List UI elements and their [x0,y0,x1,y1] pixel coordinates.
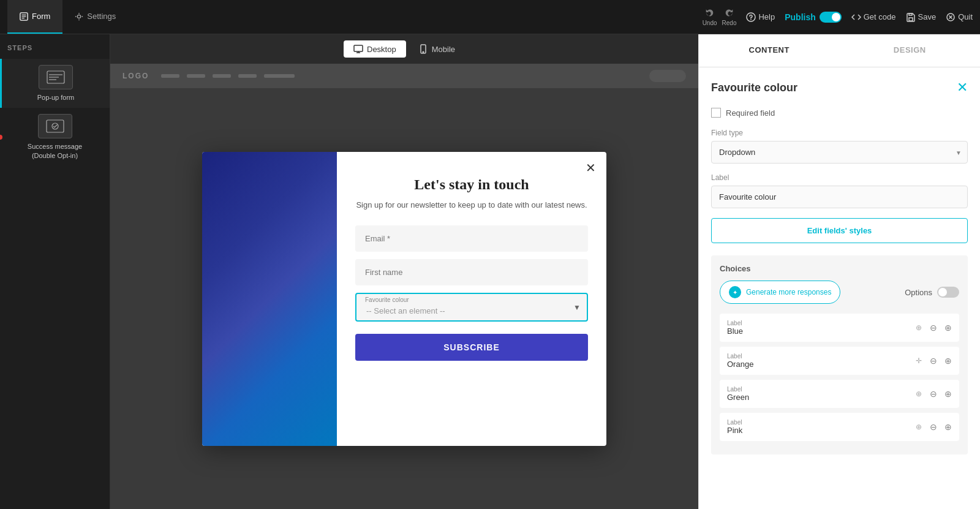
choice-orange-drag-icon[interactable]: ✛ [913,355,925,367]
choice-pink-controls: ⊕ ⊖ ⊕ [913,421,954,433]
edit-fields-styles-button[interactable]: Edit fields' styles [711,218,968,243]
popup-close-button[interactable]: ✕ [583,160,598,175]
choice-green-drag-icon[interactable]: ⊕ [913,388,925,400]
save-button[interactable]: Save [906,12,937,22]
dropdown-arrow-icon: ▼ [573,303,581,312]
popup-subtitle: Sign up for our newsletter to keep up to… [356,199,587,211]
choices-section: Choices ✦ Generate more responses Option… [711,255,968,454]
options-toggle-group: Options [905,287,959,298]
panel-header-row: Favourite colour ✕ [711,80,968,96]
label-section: Label [711,173,968,208]
generate-icon: ✦ [729,286,741,298]
nav-item-3 [213,74,231,78]
choice-item-green: Label Green ⊕ ⊖ ⊕ [720,380,959,408]
panel-content: Favourite colour ✕ Required field Field … [699,67,980,509]
required-field-label: Required field [726,108,775,118]
field-type-select[interactable]: DropdownTextEmailNumberCheckboxRadio [711,141,968,164]
preview-header: LOGO [110,64,698,88]
tab-form[interactable]: Form [7,0,62,34]
panel-title: Favourite colour [711,81,797,94]
email-field[interactable] [355,225,588,252]
choice-pink-drag-icon[interactable]: ⊕ [913,421,925,433]
success-message-icon [38,114,72,138]
desktop-label: Desktop [367,45,396,54]
topbar: Form Settings Undo Redo Help Publish [0,0,980,34]
choice-item-orange: Label Orange ✛ ⊖ ⊕ [720,347,959,375]
tab-settings[interactable]: Settings [62,0,128,34]
choice-pink-remove-icon[interactable]: ⊖ [927,421,940,433]
choice-orange-controls: ✛ ⊖ ⊕ [913,355,954,367]
subscribe-button[interactable]: SUBSCRIBE [355,334,588,361]
sidebar: STEPS Pop-up form Success [0,34,110,509]
publish-toggle[interactable] [820,12,842,23]
nav-item-1 [161,74,179,78]
sidebar-item-popup-form-label: Pop-up form [37,93,75,102]
options-label: Options [905,288,932,297]
nav-item-4 [238,74,257,78]
help-label: Help [758,12,775,21]
help-button[interactable]: Help [746,12,775,22]
mobile-button[interactable]: Mobile [409,40,465,58]
quit-label: Quit [958,12,973,21]
options-toggle[interactable] [937,287,959,298]
choice-green-add-icon[interactable]: ⊕ [942,388,954,400]
undo-label: Undo [703,20,717,26]
redo-button[interactable]: Redo [722,7,737,26]
get-code-button[interactable]: Get code [851,12,896,22]
publish-group: Publish [785,12,842,23]
topbar-tabs: Form Settings [7,0,128,34]
choice-blue-remove-icon[interactable]: ⊖ [927,322,940,334]
required-field-checkbox[interactable] [711,108,721,118]
save-label: Save [918,12,937,21]
publish-label[interactable]: Publish [785,12,816,22]
firstname-field[interactable] [355,259,588,285]
svg-point-21 [423,51,424,53]
popup-overlay: ✕ Let's stay in touch Sign up for our ne… [110,88,698,509]
sidebar-item-popup-form[interactable]: Pop-up form [0,59,110,108]
svg-point-16 [52,123,58,129]
sidebar-item-success-label: Success message(Double Opt-in) [28,142,82,160]
popup-modal: ✕ Let's stay in touch Sign up for our ne… [202,152,606,446]
panel-tab-content[interactable]: CONTENT [699,34,840,67]
choice-item-blue: Label Blue ⊕ ⊖ ⊕ [720,314,959,342]
popup-right-content: ✕ Let's stay in touch Sign up for our ne… [337,152,606,446]
preview-nav [161,74,295,78]
choice-orange-add-icon[interactable]: ⊕ [942,355,954,367]
sidebar-item-success-message[interactable]: Success message(Double Opt-in) [0,108,110,166]
svg-rect-17 [354,45,363,51]
popup-form-icon [39,65,73,89]
label-label: Label [711,173,968,182]
topbar-actions: Undo Redo Help Publish Get code Save Qui… [703,7,973,26]
svg-point-4 [78,15,81,18]
label-input[interactable] [711,186,968,208]
svg-rect-6 [909,18,913,21]
quit-button[interactable]: Quit [946,12,973,22]
step-error-dot [0,135,2,140]
undo-button[interactable]: Undo [703,7,717,26]
panel-tab-content-label: CONTENT [749,45,790,55]
desktop-button[interactable]: Desktop [344,40,406,58]
generate-responses-button[interactable]: ✦ Generate more responses [720,281,840,304]
main-layout: STEPS Pop-up form Success [0,34,980,509]
choice-green-remove-icon[interactable]: ⊖ [927,388,940,400]
choice-green-controls: ⊕ ⊖ ⊕ [913,388,954,400]
redo-label: Redo [722,20,737,26]
favourite-colour-wrapper: Favourite colour -- Select an element --… [355,293,588,322]
svg-rect-15 [47,120,64,132]
preview-logo: LOGO [123,72,149,80]
preview-area: LOGO ✕ Let's stay in touch Sign up fo [110,64,698,509]
popup-left-image [202,152,337,446]
choice-orange-remove-icon[interactable]: ⊖ [927,355,940,367]
choice-pink-add-icon[interactable]: ⊕ [942,421,954,433]
panel-tabs: CONTENT DESIGN [699,34,980,67]
panel-tab-design[interactable]: DESIGN [840,34,981,67]
nav-item-2 [187,74,205,78]
choice-blue-add-icon[interactable]: ⊕ [942,322,954,334]
choice-blue-drag-icon[interactable]: ⊕ [913,322,925,334]
generate-label: Generate more responses [746,288,831,296]
undo-redo-group: Undo Redo [703,7,737,26]
panel-close-button[interactable]: ✕ [957,80,968,96]
right-panel: CONTENT DESIGN Favourite colour ✕ Requir… [698,34,980,509]
panel-tab-design-label: DESIGN [894,45,926,55]
choices-actions: ✦ Generate more responses Options [720,281,959,304]
